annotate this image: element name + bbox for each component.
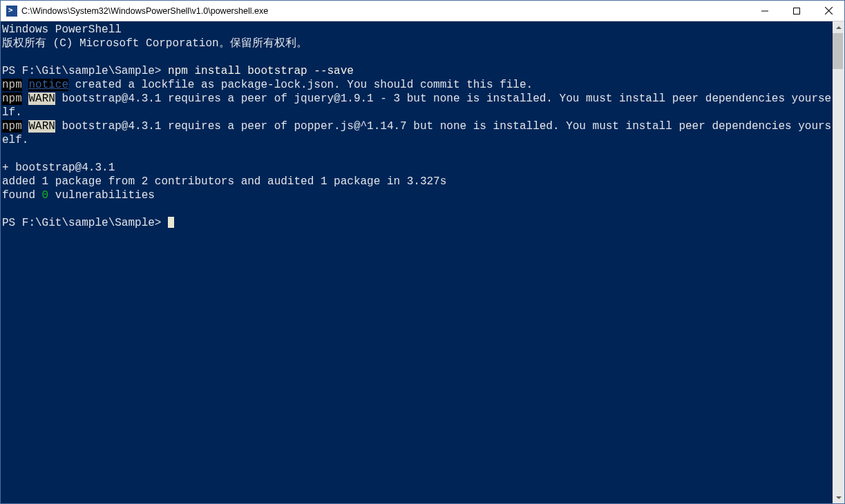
vuln-prefix: found bbox=[2, 189, 42, 202]
cursor bbox=[168, 217, 174, 228]
space bbox=[22, 120, 29, 133]
prompt-path: PS F:\Git\sample\Sample> bbox=[2, 65, 168, 77]
powershell-window: C:\Windows\System32\WindowsPowerShell\v1… bbox=[0, 0, 845, 504]
space bbox=[22, 79, 29, 91]
notice-text: created a lockfile as package-lock.json.… bbox=[68, 79, 533, 91]
notice-tag: notice bbox=[28, 79, 68, 91]
install-result: + bootstrap@4.3.1 bbox=[2, 162, 115, 174]
vuln-suffix: vulnerabilities bbox=[48, 189, 155, 202]
npm-tag: npm bbox=[2, 79, 22, 91]
command-text: npm install bootstrap --save bbox=[168, 65, 354, 77]
prompt-path: PS F:\Git\sample\Sample> bbox=[2, 217, 168, 229]
window-controls bbox=[749, 1, 844, 21]
minimize-button[interactable] bbox=[749, 1, 781, 21]
npm-tag: npm bbox=[2, 120, 22, 133]
warn-text: bootstrap@4.3.1 requires a peer of poppe… bbox=[2, 120, 831, 146]
window-title: C:\Windows\System32\WindowsPowerShell\v1… bbox=[21, 6, 749, 16]
install-summary: added 1 package from 2 contributors and … bbox=[2, 175, 446, 188]
warn-text: bootstrap@4.3.1 requires a peer of jquer… bbox=[2, 93, 831, 119]
ps-header: Windows PowerShell bbox=[2, 23, 122, 36]
maximize-button[interactable] bbox=[781, 1, 813, 21]
scroll-up-button[interactable] bbox=[833, 21, 844, 33]
vuln-count: 0 bbox=[42, 189, 49, 202]
vertical-scrollbar[interactable] bbox=[833, 21, 844, 503]
scroll-down-button[interactable] bbox=[833, 492, 844, 503]
titlebar[interactable]: C:\Windows\System32\WindowsPowerShell\v1… bbox=[1, 1, 844, 21]
npm-tag: npm bbox=[2, 93, 22, 105]
svg-rect-1 bbox=[794, 8, 800, 14]
client-area: Windows PowerShell 版权所有 (C) Microsoft Co… bbox=[1, 21, 844, 503]
close-button[interactable] bbox=[813, 1, 844, 21]
scroll-track[interactable] bbox=[833, 33, 844, 492]
ps-copyright: 版权所有 (C) Microsoft Corporation。保留所有权利。 bbox=[2, 37, 307, 50]
scroll-thumb[interactable] bbox=[833, 33, 843, 69]
terminal-output[interactable]: Windows PowerShell 版权所有 (C) Microsoft Co… bbox=[1, 21, 833, 503]
powershell-icon bbox=[6, 6, 17, 17]
warn-tag: WARN bbox=[28, 120, 55, 133]
warn-tag: WARN bbox=[28, 93, 55, 105]
space bbox=[22, 93, 29, 105]
